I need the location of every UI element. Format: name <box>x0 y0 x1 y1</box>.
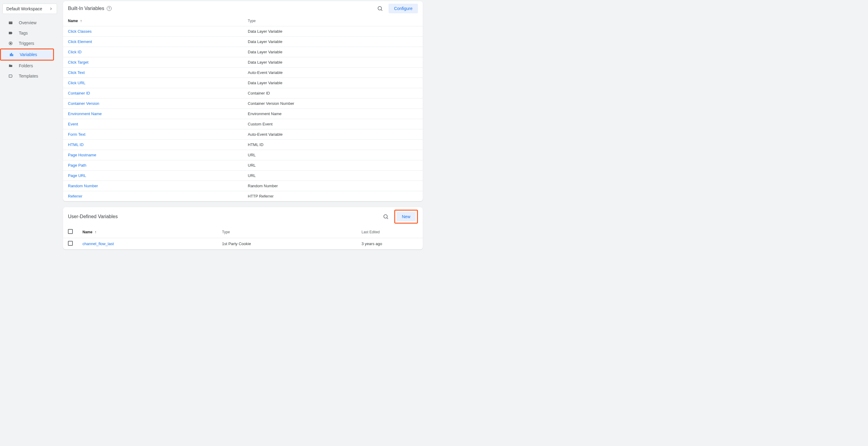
variable-link[interactable]: Random Number <box>68 183 98 188</box>
userdef-table: Name ↑ Type Last Edited channel_flow_las… <box>63 226 423 249</box>
sort-asc-icon: ↑ <box>80 19 82 23</box>
table-row[interactable]: Click ElementData Layer Variable <box>63 37 423 47</box>
variable-type: Auto-Event Variable <box>243 68 423 78</box>
sidebar-item-label: Folders <box>19 63 33 68</box>
col-last-edited[interactable]: Last Edited <box>356 226 423 238</box>
highlight-new: New <box>394 210 418 224</box>
folder-icon <box>7 63 14 68</box>
sort-asc-icon: ↑ <box>95 230 96 234</box>
variable-type: Environment Name <box>243 109 423 119</box>
variable-type: Random Number <box>243 181 423 191</box>
variable-type: URL <box>243 160 423 171</box>
sidebar-item-triggers[interactable]: Triggers <box>0 38 57 48</box>
table-row[interactable]: Page PathURL <box>63 160 423 171</box>
variable-link[interactable]: Container ID <box>68 91 90 96</box>
variable-link[interactable]: Page URL <box>68 173 86 178</box>
variables-icon <box>8 52 15 57</box>
sidebar-item-label: Overview <box>19 20 36 25</box>
sidebar-item-variables[interactable]: Variables <box>1 49 53 60</box>
row-checkbox[interactable] <box>68 241 73 246</box>
variable-link[interactable]: Page Hostname <box>68 153 96 157</box>
variable-link[interactable]: Environment Name <box>68 111 102 116</box>
browser-icon <box>7 20 14 25</box>
workspace-label: Default Workspace <box>6 6 42 11</box>
sidebar: Default Workspace Overview Tags Triggers <box>0 0 61 446</box>
table-row[interactable]: Container IDContainer ID <box>63 88 423 99</box>
variable-link[interactable]: Click ID <box>68 50 82 54</box>
variable-type: URL <box>243 150 423 160</box>
builtin-variables-card: Built-In Variables ? Configure <box>63 1 423 201</box>
variable-link[interactable]: channel_flow_last <box>83 241 114 246</box>
workspace-selector[interactable]: Default Workspace <box>2 4 57 14</box>
col-select-all[interactable] <box>63 226 78 238</box>
builtin-title-text: Built-In Variables <box>68 6 104 11</box>
variable-link[interactable]: Click Element <box>68 39 92 44</box>
search-icon <box>383 214 389 220</box>
select-all-checkbox[interactable] <box>68 229 73 234</box>
variable-type: Data Layer Variable <box>243 57 423 68</box>
table-row[interactable]: Click URLData Layer Variable <box>63 78 423 88</box>
variable-link[interactable]: Form Text <box>68 132 86 137</box>
svg-line-7 <box>387 218 388 219</box>
configure-button[interactable]: Configure <box>389 4 418 13</box>
table-row[interactable]: Environment NameEnvironment Name <box>63 109 423 119</box>
sidebar-item-label: Triggers <box>19 41 34 46</box>
table-row[interactable]: Click TargetData Layer Variable <box>63 57 423 68</box>
table-row[interactable]: Form TextAuto-Event Variable <box>63 129 423 140</box>
search-icon <box>377 5 383 11</box>
svg-rect-1 <box>9 21 12 22</box>
table-row[interactable]: Page HostnameURL <box>63 150 423 160</box>
builtin-title: Built-In Variables ? <box>68 6 112 11</box>
table-row[interactable]: Click ClassesData Layer Variable <box>63 26 423 37</box>
table-row[interactable]: channel_flow_last1st Party Cookie3 years… <box>63 238 423 250</box>
table-row[interactable]: Click TextAuto-Event Variable <box>63 68 423 78</box>
svg-line-5 <box>381 10 382 11</box>
chevron-right-icon <box>49 7 53 11</box>
sidebar-item-label: Variables <box>20 52 37 57</box>
variable-link[interactable]: HTML ID <box>68 142 84 147</box>
variable-type: HTML ID <box>243 140 423 150</box>
variable-link[interactable]: Click Target <box>68 60 89 65</box>
builtin-table: Name ↑ Type Click ClassesData Layer Vari… <box>63 16 423 201</box>
col-type[interactable]: Type <box>243 16 423 26</box>
sidebar-item-overview[interactable]: Overview <box>0 18 57 28</box>
sidebar-item-tags[interactable]: Tags <box>0 28 57 38</box>
table-row[interactable]: Page URLURL <box>63 171 423 181</box>
table-row[interactable]: EventCustom Event <box>63 119 423 129</box>
variable-link[interactable]: Page Path <box>68 163 87 168</box>
highlight-variables: Variables <box>0 48 54 61</box>
svg-point-3 <box>10 43 11 44</box>
sidebar-item-folders[interactable]: Folders <box>0 61 57 71</box>
sidebar-item-templates[interactable]: Templates <box>0 71 57 81</box>
variable-link[interactable]: Event <box>68 122 78 126</box>
table-row[interactable]: Random NumberRandom Number <box>63 181 423 191</box>
main-content: Built-In Variables ? Configure <box>61 0 428 446</box>
tag-icon <box>7 31 14 35</box>
table-row[interactable]: Container VersionContainer Version Numbe… <box>63 99 423 109</box>
sidebar-item-label: Tags <box>19 31 28 35</box>
target-icon <box>7 41 14 46</box>
help-icon[interactable]: ? <box>107 6 112 11</box>
variable-type: Container Version Number <box>243 99 423 109</box>
variable-link[interactable]: Click Classes <box>68 29 92 34</box>
new-variable-button[interactable]: New <box>396 212 416 221</box>
variable-link[interactable]: Container Version <box>68 101 99 106</box>
variable-type: HTTP Referrer <box>243 191 423 202</box>
sidebar-item-label: Templates <box>19 74 38 78</box>
table-row[interactable]: Click IDData Layer Variable <box>63 47 423 57</box>
table-row[interactable]: ReferrerHTTP Referrer <box>63 191 423 202</box>
variable-last-edited: 3 years ago <box>356 238 423 250</box>
userdef-variables-card: User-Defined Variables New <box>63 207 423 249</box>
table-row[interactable]: HTML IDHTML ID <box>63 140 423 150</box>
col-type[interactable]: Type <box>217 226 356 238</box>
search-userdef-button[interactable] <box>381 212 390 221</box>
col-name[interactable]: Name ↑ <box>63 16 243 26</box>
col-name[interactable]: Name ↑ <box>78 226 217 238</box>
variable-link[interactable]: Referrer <box>68 194 83 199</box>
search-builtin-button[interactable] <box>376 4 384 13</box>
variable-type: Data Layer Variable <box>243 47 423 57</box>
variable-link[interactable]: Click Text <box>68 70 85 75</box>
template-icon <box>7 74 14 78</box>
variable-type: URL <box>243 171 423 181</box>
variable-link[interactable]: Click URL <box>68 80 86 85</box>
